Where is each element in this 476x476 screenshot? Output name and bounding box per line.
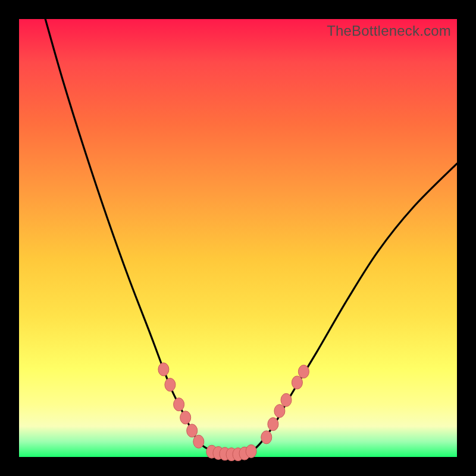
curve-marker <box>165 378 176 392</box>
curve-marker <box>292 376 302 389</box>
chart-frame: TheBottleneck.com <box>0 0 476 476</box>
curve-marker <box>268 418 278 431</box>
curve-marker <box>187 424 198 437</box>
curve-marker <box>158 363 169 376</box>
curve-marker <box>180 411 191 424</box>
curve-marker <box>193 435 204 448</box>
plot-area: TheBottleneck.com <box>19 19 457 457</box>
curve-markers <box>158 363 309 461</box>
bottleneck-curve-svg <box>19 19 457 457</box>
curve-marker <box>281 393 292 406</box>
watermark-text: TheBottleneck.com <box>327 23 451 39</box>
curve-marker <box>261 431 272 444</box>
curve-marker <box>246 444 256 458</box>
bottleneck-curve-path <box>45 19 457 455</box>
curve-marker <box>274 405 285 418</box>
curve-marker <box>174 398 184 411</box>
curve-marker <box>298 365 309 378</box>
